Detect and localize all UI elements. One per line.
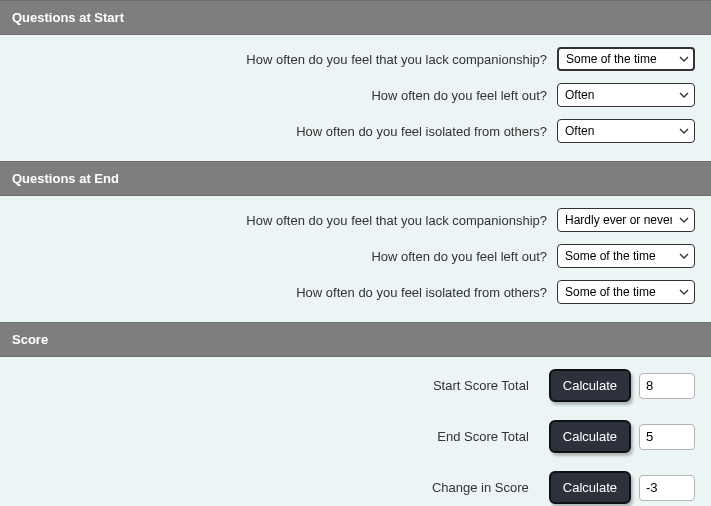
select-start-q3[interactable]: Hardly ever or neverSome of the timeOfte… [557,119,695,143]
panel-questions-end: Questions at End How often do you feel t… [0,161,711,322]
label-start-q2: How often do you feel left out? [371,88,547,103]
select-wrap: Hardly ever or neverSome of the timeOfte… [557,83,695,107]
row-change-in-score: Change in Score Calculate [16,471,695,504]
calculate-start-button[interactable]: Calculate [549,369,631,402]
label-start-q3: How often do you feel isolated from othe… [296,124,547,139]
calculate-change-button[interactable]: Calculate [549,471,631,504]
panel-body-questions-start: How often do you feel that you lack comp… [0,35,711,161]
label-start-score-total: Start Score Total [433,378,529,393]
label-start-q1: How often do you feel that you lack comp… [246,52,547,67]
select-end-q2[interactable]: Hardly ever or neverSome of the timeOfte… [557,244,695,268]
panel-header-questions-start: Questions at Start [0,0,711,35]
panel-header-score: Score [0,322,711,357]
label-end-score-total: End Score Total [437,429,529,444]
panel-body-score: Start Score Total Calculate End Score To… [0,357,711,506]
select-wrap: Hardly ever or neverSome of the timeOfte… [557,280,695,304]
row-end-q1: How often do you feel that you lack comp… [16,208,695,232]
panel-body-questions-end: How often do you feel that you lack comp… [0,196,711,322]
select-end-q1[interactable]: Hardly ever or neverSome of the timeOfte… [557,208,695,232]
select-start-q2[interactable]: Hardly ever or neverSome of the timeOfte… [557,83,695,107]
select-wrap: Hardly ever or neverSome of the timeOfte… [557,119,695,143]
calculate-end-button[interactable]: Calculate [549,420,631,453]
panel-header-questions-end: Questions at End [0,161,711,196]
label-end-q3: How often do you feel isolated from othe… [296,285,547,300]
label-end-q2: How often do you feel left out? [371,249,547,264]
panel-questions-start: Questions at Start How often do you feel… [0,0,711,161]
row-end-score-total: End Score Total Calculate [16,420,695,453]
select-wrap: Hardly ever or neverSome of the timeOfte… [557,47,695,71]
input-change-in-score[interactable] [639,475,695,501]
select-start-q1[interactable]: Hardly ever or neverSome of the timeOfte… [557,47,695,71]
row-start-q2: How often do you feel left out? Hardly e… [16,83,695,107]
label-change-in-score: Change in Score [432,480,529,495]
row-end-q2: How often do you feel left out? Hardly e… [16,244,695,268]
input-end-score-total[interactable] [639,424,695,450]
select-wrap: Hardly ever or neverSome of the timeOfte… [557,208,695,232]
row-end-q3: How often do you feel isolated from othe… [16,280,695,304]
select-wrap: Hardly ever or neverSome of the timeOfte… [557,244,695,268]
row-start-score-total: Start Score Total Calculate [16,369,695,402]
input-start-score-total[interactable] [639,373,695,399]
row-start-q1: How often do you feel that you lack comp… [16,47,695,71]
row-start-q3: How often do you feel isolated from othe… [16,119,695,143]
select-end-q3[interactable]: Hardly ever or neverSome of the timeOfte… [557,280,695,304]
panel-score: Score Start Score Total Calculate End Sc… [0,322,711,506]
label-end-q1: How often do you feel that you lack comp… [246,213,547,228]
